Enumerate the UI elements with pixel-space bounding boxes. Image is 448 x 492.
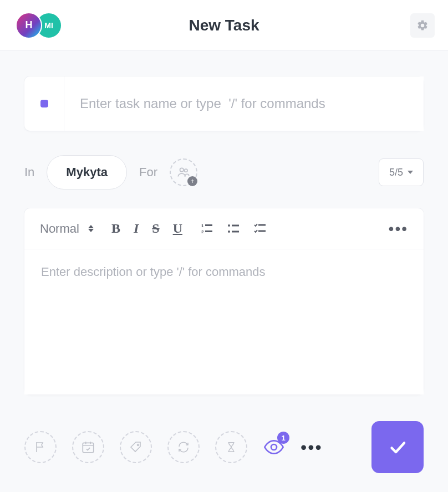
svg-rect-5 bbox=[205, 230, 212, 232]
svg-rect-3 bbox=[205, 224, 212, 226]
svg-point-14 bbox=[271, 444, 277, 450]
list-select-button[interactable]: Mykyta bbox=[47, 155, 127, 189]
create-task-button[interactable] bbox=[371, 421, 424, 473]
task-name-card bbox=[24, 76, 424, 131]
avatar-stack: H MI bbox=[16, 12, 62, 39]
recurring-button[interactable] bbox=[167, 431, 200, 463]
list-name: Mykyta bbox=[66, 165, 108, 180]
sort-icon bbox=[88, 225, 94, 232]
editor-toolbar: Normal B I S U 12 bbox=[24, 208, 424, 249]
ordered-list-button[interactable]: 12 bbox=[200, 222, 213, 235]
footer: 1 ••• bbox=[0, 421, 448, 473]
hourglass-icon bbox=[225, 440, 237, 454]
svg-point-1 bbox=[185, 169, 187, 172]
meta-row: In Mykyta For + 5/5 bbox=[24, 155, 424, 189]
text-style-group: B I S U bbox=[111, 221, 182, 236]
check-icon bbox=[388, 437, 408, 457]
checklist-icon bbox=[253, 222, 267, 235]
tag-icon bbox=[129, 440, 142, 454]
bold-button[interactable]: B bbox=[111, 221, 120, 236]
footer-more-button[interactable]: ••• bbox=[301, 437, 323, 458]
priority-label: 5/5 bbox=[389, 167, 403, 178]
for-label: For bbox=[139, 165, 157, 180]
chevron-down-icon bbox=[408, 171, 413, 174]
gear-icon bbox=[416, 19, 429, 32]
svg-rect-9 bbox=[232, 230, 239, 232]
recurring-icon bbox=[177, 440, 190, 454]
svg-point-8 bbox=[228, 230, 230, 233]
svg-point-6 bbox=[228, 224, 230, 227]
toolbar-more-button[interactable]: ••• bbox=[389, 220, 408, 238]
date-button[interactable] bbox=[72, 431, 104, 463]
workspace-avatar[interactable]: H bbox=[16, 12, 42, 39]
format-select[interactable]: Normal bbox=[40, 222, 94, 236]
tag-button[interactable] bbox=[120, 431, 152, 463]
in-label: In bbox=[24, 165, 34, 180]
calendar-icon bbox=[81, 440, 95, 454]
underline-button[interactable]: U bbox=[173, 221, 182, 236]
description-input[interactable] bbox=[24, 249, 424, 394]
format-label: Normal bbox=[40, 222, 79, 236]
content: In Mykyta For + 5/5 Normal B I S bbox=[0, 51, 448, 394]
header: H MI New Task bbox=[0, 0, 448, 51]
time-estimate-button[interactable] bbox=[215, 431, 247, 463]
italic-button[interactable]: I bbox=[134, 221, 139, 236]
flag-button[interactable] bbox=[24, 431, 57, 463]
watchers-button[interactable]: 1 bbox=[263, 436, 285, 458]
svg-text:1: 1 bbox=[201, 223, 204, 228]
svg-point-0 bbox=[180, 168, 184, 172]
checklist-button[interactable] bbox=[253, 222, 267, 235]
page-title: New Task bbox=[0, 17, 448, 34]
priority-button[interactable]: 5/5 bbox=[379, 158, 424, 186]
strike-button[interactable]: S bbox=[152, 221, 159, 236]
bullet-list-icon bbox=[227, 222, 240, 235]
plus-icon: + bbox=[187, 176, 197, 186]
settings-button[interactable] bbox=[410, 13, 435, 38]
svg-point-13 bbox=[138, 444, 139, 446]
svg-rect-7 bbox=[232, 224, 239, 226]
task-name-input[interactable] bbox=[64, 76, 424, 131]
svg-rect-11 bbox=[258, 230, 266, 232]
status-square-icon bbox=[40, 100, 48, 107]
svg-text:2: 2 bbox=[201, 229, 204, 234]
ordered-list-icon: 12 bbox=[200, 222, 213, 235]
svg-rect-12 bbox=[83, 443, 94, 452]
assignee-button[interactable]: + bbox=[170, 158, 197, 186]
flag-icon bbox=[34, 440, 47, 454]
editor-card: Normal B I S U 12 bbox=[24, 208, 424, 394]
status-button[interactable] bbox=[24, 76, 64, 131]
bullet-list-button[interactable] bbox=[227, 222, 240, 235]
list-group: 12 bbox=[200, 222, 267, 235]
watchers-count-badge: 1 bbox=[277, 432, 289, 444]
svg-rect-10 bbox=[258, 224, 266, 226]
